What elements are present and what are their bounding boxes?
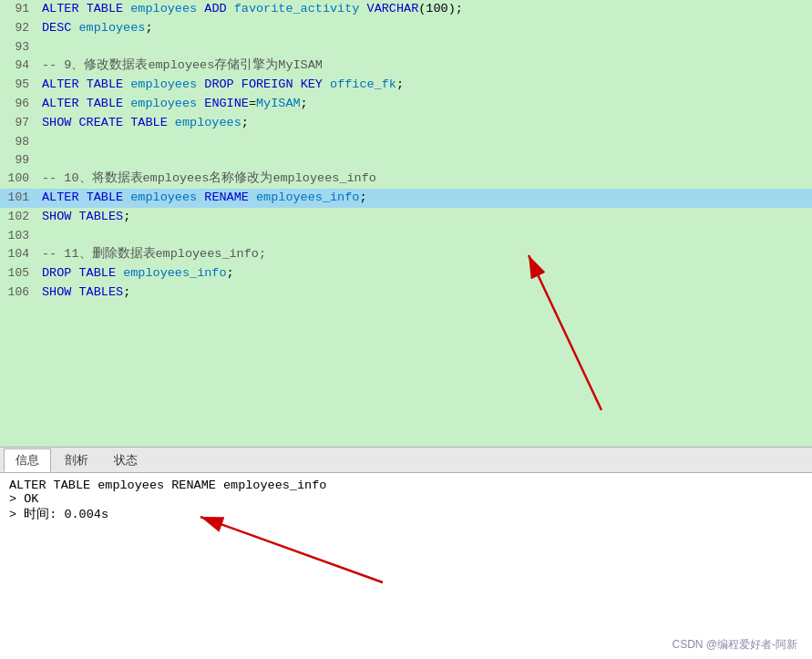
comment-span: -- 10、将数据表employees名称修改为employees_info xyxy=(42,171,376,185)
line-code: DROP TABLE employees_info; xyxy=(38,264,812,283)
line-code: -- 10、将数据表employees名称修改为employees_info xyxy=(38,170,812,189)
keyword-span: TABLES xyxy=(79,210,124,223)
keyword-span: VARCHAR xyxy=(367,2,419,15)
keyword-span: KEY xyxy=(301,77,323,91)
keyword-span: DESC xyxy=(42,21,71,35)
output-area: ALTER TABLE employees RENAME employees_i… xyxy=(0,473,812,659)
line-number: 93 xyxy=(0,38,38,57)
output-line: > OK xyxy=(9,492,803,506)
table-row: 104-- 11、删除数据表employees_info; xyxy=(0,245,812,264)
code-editor: 91ALTER TABLE employees ADD favorite_act… xyxy=(0,0,812,447)
comment-span: -- 11、删除数据表employees_info; xyxy=(42,247,266,261)
line-code: ALTER TABLE employees ADD favorite_activ… xyxy=(38,0,812,19)
line-number: 105 xyxy=(0,264,38,283)
identifier-span: employees xyxy=(130,2,197,15)
line-number: 101 xyxy=(0,189,38,208)
keyword-span: SHOW xyxy=(42,285,71,299)
table-row: 98 xyxy=(0,133,812,151)
keyword-span: SHOW xyxy=(42,116,71,129)
line-code: -- 9、修改数据表employees存储引擎为MyISAM xyxy=(38,57,812,76)
keyword-span: CREATE xyxy=(79,116,124,129)
bottom-panel: 信息 剖析 状态 ALTER TABLE employees RENAME em… xyxy=(0,447,812,659)
line-number: 103 xyxy=(0,227,38,245)
keyword-span: TABLE xyxy=(87,190,124,204)
output-line: > 时间: 0.004s xyxy=(9,506,803,522)
keyword-span: TABLE xyxy=(87,2,124,15)
table-row: 105DROP TABLE employees_info; xyxy=(0,264,812,283)
identifier-span: employees_info xyxy=(123,266,226,280)
line-code: -- 11、删除数据表employees_info; xyxy=(38,245,812,264)
tab-status[interactable]: 状态 xyxy=(102,448,149,472)
line-number: 100 xyxy=(0,170,38,189)
table-row: 93 xyxy=(0,38,812,57)
line-code xyxy=(38,227,812,245)
identifier-span: MyISAM xyxy=(256,97,301,110)
output-lines: ALTER TABLE employees RENAME employees_i… xyxy=(9,479,803,522)
line-number: 99 xyxy=(0,151,38,170)
keyword-span: ALTER xyxy=(42,97,79,110)
identifier-span: employees xyxy=(130,190,197,204)
output-line: ALTER TABLE employees RENAME employees_i… xyxy=(9,479,803,492)
line-code xyxy=(38,151,812,170)
keyword-span: TABLE xyxy=(79,266,117,280)
table-row: 94-- 9、修改数据表employees存储引擎为MyISAM xyxy=(0,57,812,76)
line-number: 98 xyxy=(0,133,38,151)
tab-bar: 信息 剖析 状态 xyxy=(0,448,812,473)
line-number: 102 xyxy=(0,208,38,227)
keyword-span: TABLE xyxy=(130,116,168,129)
keyword-span: ALTER xyxy=(42,77,79,91)
keyword-span: TABLES xyxy=(79,285,124,299)
table-row: 100-- 10、将数据表employees名称修改为employees_inf… xyxy=(0,170,812,189)
comment-span: -- 9、修改数据表employees存储引擎为MyISAM xyxy=(42,58,323,72)
keyword-span: TABLE xyxy=(87,77,124,91)
table-row: 99 xyxy=(0,151,812,170)
line-number: 92 xyxy=(0,19,38,38)
line-code: SHOW TABLES; xyxy=(38,283,812,303)
line-number: 97 xyxy=(0,114,38,133)
line-number: 91 xyxy=(0,0,38,19)
line-code: DESC employees; xyxy=(38,19,812,38)
identifier-span: office_fk xyxy=(330,77,396,91)
keyword-span: DROP xyxy=(204,77,233,91)
identifier-span: employees xyxy=(130,77,197,91)
table-row: 101ALTER TABLE employees RENAME employee… xyxy=(0,189,812,208)
line-number: 106 xyxy=(0,283,38,303)
line-number: 94 xyxy=(0,57,38,76)
table-row: 106SHOW TABLES; xyxy=(0,283,812,303)
code-table: 91ALTER TABLE employees ADD favorite_act… xyxy=(0,0,812,303)
table-row: 95ALTER TABLE employees DROP FOREIGN KEY… xyxy=(0,76,812,95)
identifier-span: employees xyxy=(79,21,146,35)
keyword-span: ALTER xyxy=(42,2,79,15)
line-code: ALTER TABLE employees ENGINE=MyISAM; xyxy=(38,95,812,114)
line-code xyxy=(38,38,812,57)
tab-profile[interactable]: 剖析 xyxy=(53,448,100,472)
line-code xyxy=(38,133,812,151)
keyword-span: FOREIGN xyxy=(242,77,293,91)
table-row: 102SHOW TABLES; xyxy=(0,208,812,227)
line-code: ALTER TABLE employees DROP FOREIGN KEY o… xyxy=(38,76,812,95)
watermark: CSDN @编程爱好者-阿新 xyxy=(672,637,797,653)
table-row: 92DESC employees; xyxy=(0,19,812,38)
keyword-span: TABLE xyxy=(87,97,124,110)
keyword-span: RENAME xyxy=(204,190,249,204)
keyword-span: DROP xyxy=(42,266,71,280)
keyword-span: ALTER xyxy=(42,190,79,204)
line-code: ALTER TABLE employees RENAME employees_i… xyxy=(38,189,812,208)
table-row: 91ALTER TABLE employees ADD favorite_act… xyxy=(0,0,812,19)
line-code: SHOW TABLES; xyxy=(38,208,812,227)
table-row: 103 xyxy=(0,227,812,245)
line-code: SHOW CREATE TABLE employees; xyxy=(38,114,812,133)
identifier-span: favorite_activity xyxy=(234,2,360,15)
keyword-span: ENGINE xyxy=(204,97,249,110)
line-number: 95 xyxy=(0,76,38,95)
keyword-span: ADD xyxy=(204,2,226,15)
tab-info[interactable]: 信息 xyxy=(4,448,51,472)
keyword-span: SHOW xyxy=(42,210,71,223)
identifier-span: employees xyxy=(175,116,242,129)
identifier-span: employees xyxy=(130,97,197,110)
table-row: 97SHOW CREATE TABLE employees; xyxy=(0,114,812,133)
line-number: 104 xyxy=(0,245,38,264)
identifier-span: employees_info xyxy=(256,190,359,204)
line-number: 96 xyxy=(0,95,38,114)
table-row: 96ALTER TABLE employees ENGINE=MyISAM; xyxy=(0,95,812,114)
